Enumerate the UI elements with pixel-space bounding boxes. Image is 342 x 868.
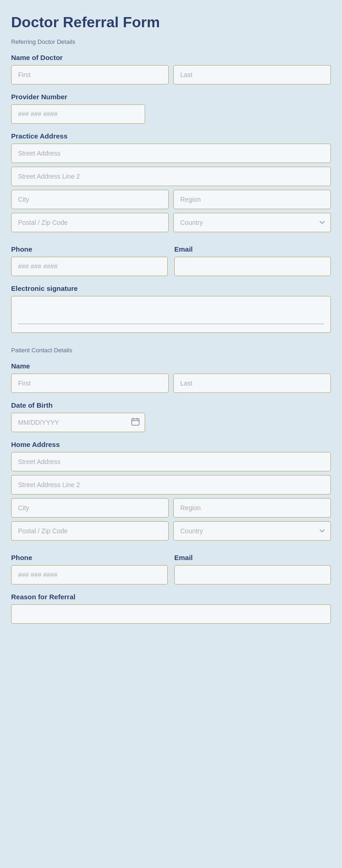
- dob-wrapper: [11, 413, 145, 432]
- dob-input[interactable]: [11, 413, 145, 432]
- page-title: Doctor Referral Form: [11, 14, 331, 31]
- home-city-input[interactable]: [11, 498, 169, 518]
- provider-number-label: Provider Number: [11, 93, 331, 101]
- practice-street2-input[interactable]: [11, 167, 331, 186]
- patient-email-label: Email: [174, 554, 331, 561]
- doctor-email-label: Email: [174, 245, 331, 253]
- reason-for-referral-label: Reason for Referral: [11, 593, 331, 601]
- patient-phone-input[interactable]: [11, 565, 168, 585]
- reason-for-referral-input[interactable]: [11, 604, 331, 624]
- name-of-doctor-label: Name of Doctor: [11, 54, 331, 61]
- dob-label: Date of Birth: [11, 401, 331, 409]
- doctor-first-name-input[interactable]: [11, 65, 169, 84]
- doctor-phone-input[interactable]: [11, 257, 168, 276]
- patient-email-input[interactable]: [174, 565, 331, 585]
- doctor-phone-label: Phone: [11, 245, 168, 253]
- doctor-last-name-input[interactable]: [173, 65, 331, 84]
- home-street1-input[interactable]: [11, 452, 331, 471]
- electronic-signature-label: Electronic signature: [11, 284, 331, 292]
- practice-postal-input[interactable]: [11, 213, 169, 232]
- signature-line: [18, 324, 324, 324]
- patient-phone-label: Phone: [11, 554, 168, 561]
- practice-city-input[interactable]: [11, 190, 169, 209]
- patient-last-name-input[interactable]: [173, 374, 331, 393]
- doctor-email-input[interactable]: [174, 257, 331, 276]
- home-region-input[interactable]: [173, 498, 331, 518]
- practice-street1-input[interactable]: [11, 144, 331, 163]
- home-country-select[interactable]: Country United States Australia United K…: [173, 521, 331, 541]
- signature-box[interactable]: [11, 296, 331, 333]
- home-address-label: Home Address: [11, 440, 331, 448]
- patient-name-label: Name: [11, 362, 331, 370]
- patient-contact-section-label: Patient Contact Details: [11, 347, 331, 354]
- referring-doctor-section-label: Referring Doctor Details: [11, 38, 331, 45]
- practice-country-select[interactable]: Country United States Australia United K…: [173, 213, 331, 232]
- practice-region-input[interactable]: [173, 190, 331, 209]
- provider-number-input[interactable]: [11, 104, 145, 124]
- practice-address-label: Practice Address: [11, 132, 331, 140]
- patient-first-name-input[interactable]: [11, 374, 169, 393]
- home-street2-input[interactable]: [11, 475, 331, 494]
- home-postal-input[interactable]: [11, 521, 169, 541]
